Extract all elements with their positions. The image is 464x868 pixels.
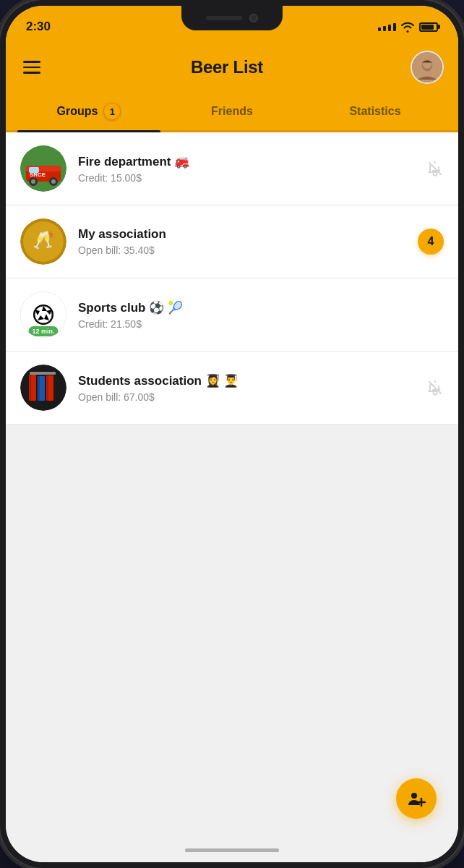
wifi-icon <box>400 21 415 33</box>
svg-text:SRCE: SRCE <box>30 171 46 178</box>
bell-muted-icon <box>426 379 444 396</box>
group-name: Fire department 🚒 <box>78 154 415 169</box>
group-subtitle: Credit: 21.50$ <box>78 318 432 330</box>
group-name: My association <box>78 227 406 242</box>
svg-rect-30 <box>30 372 56 375</box>
camera <box>249 14 258 22</box>
tab-friends-label: Friends <box>211 105 253 118</box>
svg-point-7 <box>31 179 35 184</box>
tabs: Groups 1 Friends Statistics <box>6 94 458 132</box>
battery-fill <box>421 25 434 30</box>
group-action-fire <box>426 160 444 177</box>
tab-groups[interactable]: Groups 1 <box>17 94 160 130</box>
svg-point-31 <box>411 793 417 799</box>
tab-groups-label: Groups <box>57 105 98 118</box>
group-content-sports: Sports club ⚽ 🎾 Credit: 21.50$ <box>78 300 432 330</box>
group-action-students <box>426 379 444 396</box>
list-item[interactable]: SRCE Fire department 🚒 Credit: 15.00$ <box>6 132 458 205</box>
status-time: 2:30 <box>26 20 51 34</box>
tab-groups-badge: 1 <box>103 103 121 120</box>
group-name: Sports club ⚽ 🎾 <box>78 300 432 315</box>
status-icons <box>378 21 438 33</box>
group-content-fire: Fire department 🚒 Credit: 15.00$ <box>78 154 415 184</box>
group-avatar-fire: SRCE <box>20 145 66 192</box>
group-action-assoc: 4 <box>418 229 444 255</box>
notch <box>181 6 283 30</box>
avatar-image <box>412 51 442 84</box>
tab-statistics-label: Statistics <box>349 105 400 118</box>
tab-statistics[interactable]: Statistics <box>304 94 447 130</box>
svg-text:🥂: 🥂 <box>33 229 54 250</box>
user-avatar[interactable] <box>411 51 444 84</box>
group-avatar-sports: 12 min. <box>20 292 66 338</box>
group-avatar-assoc: 🥂 <box>20 218 66 265</box>
battery-icon <box>419 22 438 32</box>
page-title: Beer List <box>191 57 263 77</box>
group-avatar-students <box>20 365 66 411</box>
speaker <box>206 16 242 20</box>
add-person-icon <box>407 789 426 808</box>
phone-frame: 2:30 <box>0 0 464 868</box>
fire-dept-image: SRCE <box>20 145 66 192</box>
screen: 2:30 <box>6 6 458 862</box>
home-indicator <box>185 848 279 852</box>
time-badge: 12 min. <box>28 326 58 336</box>
groups-list: SRCE Fire department 🚒 Credit: 15.00$ <box>6 132 458 862</box>
list-item[interactable]: 🥂 My association Open bill: 35.40$ 4 <box>6 205 458 278</box>
signal-dots <box>378 23 396 31</box>
add-group-button[interactable] <box>396 778 437 819</box>
association-image: 🥂 <box>20 218 66 265</box>
group-subtitle: Open bill: 67.00$ <box>78 391 415 403</box>
svg-rect-27 <box>38 376 40 401</box>
menu-button[interactable] <box>20 58 43 77</box>
group-content-assoc: My association Open bill: 35.40$ <box>78 227 406 256</box>
bell-muted-icon <box>426 160 444 177</box>
list-item[interactable]: 12 min. Sports club ⚽ 🎾 Credit: 21.50$ <box>6 278 458 352</box>
students-image <box>20 365 66 411</box>
group-subtitle: Credit: 15.00$ <box>78 172 415 184</box>
group-name: Students association 👩‍🎓 👨‍🎓 <box>78 373 415 388</box>
notification-count: 4 <box>418 229 444 255</box>
group-content-students: Students association 👩‍🎓 👨‍🎓 Open bill: … <box>78 373 415 403</box>
svg-rect-25 <box>30 375 31 401</box>
tab-friends[interactable]: Friends <box>160 94 304 130</box>
main-content: 2:30 <box>6 6 458 862</box>
header: Beer List <box>6 43 458 94</box>
list-item[interactable]: Students association 👩‍🎓 👨‍🎓 Open bill: … <box>6 352 458 425</box>
svg-rect-29 <box>47 375 48 401</box>
svg-point-9 <box>51 179 56 184</box>
group-subtitle: Open bill: 35.40$ <box>78 244 406 256</box>
